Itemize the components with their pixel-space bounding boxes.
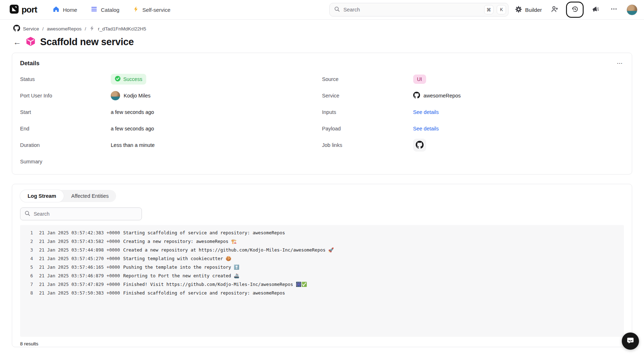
log-line-number: 7	[20, 282, 33, 287]
log-line: 121 Jan 2025 03:57:42:383 +0000Starting …	[20, 228, 624, 237]
tab-affected-entities[interactable]: Affected Entities	[64, 190, 116, 202]
job-link-github-button[interactable]	[413, 139, 426, 152]
log-line-number: 5	[20, 264, 33, 270]
log-line-number: 6	[20, 273, 33, 278]
primary-nav: HomeCatalogSelf-service	[53, 6, 170, 14]
log-message: Created a new repository at https://gith…	[123, 247, 334, 253]
detail-label: End	[20, 126, 111, 131]
detail-label: Duration	[20, 142, 111, 148]
chat-bubble-icon	[626, 336, 635, 346]
history-icon	[571, 5, 579, 14]
chat-widget-button[interactable]	[622, 333, 639, 350]
detail-value: a few seconds ago	[111, 109, 154, 115]
nav-item-home[interactable]: Home	[53, 6, 77, 14]
port-logo[interactable]: port	[9, 4, 37, 15]
detail-row: Starta few seconds ago	[20, 104, 322, 120]
log-timestamp: 21 Jan 2025 03:57:43:582 +0000	[39, 239, 120, 244]
log-line-number: 1	[20, 230, 33, 235]
page-title-row: ← Scaffold new service	[13, 37, 644, 48]
builder-label: Builder	[525, 7, 542, 13]
megaphone-icon	[592, 5, 599, 14]
tab-log-stream[interactable]: Log Stream	[20, 190, 64, 202]
user-avatar[interactable]	[626, 4, 638, 15]
global-search-placeholder: Search	[343, 7, 481, 13]
detail-value	[413, 139, 426, 152]
detail-row: InputsSee details	[322, 104, 624, 120]
see-details-link[interactable]: See details	[413, 126, 439, 131]
log-timestamp: 21 Jan 2025 03:57:46:879 +0000	[39, 273, 120, 278]
log-timestamp: 21 Jan 2025 03:57:46:165 +0000	[39, 264, 120, 270]
log-line: 321 Jan 2025 03:57:44:898 +0000Created a…	[20, 245, 624, 254]
gear-icon	[515, 6, 522, 14]
breadcrumb-label: r_dTad1FnMdKcl22H5	[98, 26, 146, 32]
log-message: Pushing the template into the repository…	[123, 264, 239, 270]
log-line-number: 4	[20, 256, 33, 261]
breadcrumb-separator: /	[42, 26, 44, 32]
status-badge-label: Success	[123, 76, 142, 82]
cube-icon	[26, 37, 35, 48]
search-icon	[24, 210, 30, 218]
source-badge: UI	[413, 75, 426, 84]
breadcrumb-item[interactable]: awesomeRepos	[47, 26, 82, 32]
detail-value: See details	[413, 109, 439, 115]
status-badge: Success	[111, 74, 146, 85]
log-search-placeholder: Search	[34, 211, 49, 217]
log-message: Creating a new repository: awesomeRepos …	[123, 239, 237, 244]
ellipsis-icon	[610, 5, 617, 14]
breadcrumb-label: Service	[23, 26, 39, 32]
detail-text-value: Less than a minute	[111, 142, 155, 148]
detail-row: DurationLess than a minute	[20, 137, 322, 153]
details-more-button[interactable]: ⋯	[615, 59, 624, 67]
log-line-number: 8	[20, 290, 33, 296]
results-count: 8 results	[20, 341, 624, 346]
builder-button[interactable]: Builder	[515, 6, 542, 14]
breadcrumb-item[interactable]: r_dTad1FnMdKcl22H5	[89, 25, 146, 32]
detail-value: Kodjo Miles	[111, 91, 151, 100]
log-tabs: Log StreamAffected Entities	[20, 190, 116, 202]
audit-history-button[interactable]	[567, 3, 583, 17]
details-right-column: SourceUIServiceawesomeReposInputsSee det…	[322, 71, 624, 170]
breadcrumb-label: awesomeRepos	[47, 26, 82, 32]
person-add-icon	[551, 5, 558, 14]
log-line: 721 Jan 2025 03:57:47:829 +0000Finished!…	[20, 280, 624, 288]
back-button[interactable]: ←	[13, 38, 21, 46]
invite-user-button[interactable]	[548, 4, 560, 16]
check-circle-icon	[115, 76, 121, 83]
log-timestamp: 21 Jan 2025 03:57:42:383 +0000	[39, 230, 120, 235]
log-card: Log StreamAffected Entities Search 121 J…	[12, 184, 632, 347]
log-message: Starting templating with cookiecutter 🍪	[123, 256, 232, 261]
detail-label: Summary	[20, 159, 111, 164]
navbar-right: Search ⌘ K Builder	[329, 3, 638, 17]
log-line-number: 2	[20, 239, 33, 244]
detail-row: Job links	[322, 137, 624, 153]
github-icon	[13, 25, 20, 33]
nav-item-self-service[interactable]: Self-service	[133, 6, 170, 13]
cmd-key-badge: ⌘	[484, 5, 494, 14]
detail-label: Status	[20, 76, 111, 82]
global-search-input[interactable]: Search ⌘ K	[329, 3, 509, 16]
details-left-column: StatusSuccessPort User InfoKodjo MilesSt…	[20, 71, 322, 170]
nav-item-label: Self-service	[142, 7, 170, 13]
k-key-badge: K	[497, 5, 506, 14]
detail-value: a few seconds ago	[111, 126, 154, 131]
detail-value: UI	[413, 75, 426, 84]
details-card: Details ⋯ StatusSuccessPort User InfoKod…	[12, 53, 632, 174]
detail-value: Success	[111, 74, 146, 85]
log-line: 421 Jan 2025 03:57:45:270 +0000Starting …	[20, 254, 624, 263]
top-navbar: port HomeCatalogSelf-service Search ⌘ K …	[0, 0, 644, 20]
log-line: 221 Jan 2025 03:57:43:582 +0000Creating …	[20, 237, 624, 245]
navbar-more-button[interactable]	[608, 4, 620, 16]
detail-value: awesomeRepos	[413, 92, 461, 100]
announcements-button[interactable]	[589, 4, 601, 16]
user-name: Kodjo Miles	[124, 93, 151, 99]
nav-item-catalog[interactable]: Catalog	[91, 6, 119, 14]
nav-item-label: Catalog	[101, 7, 119, 13]
log-stream-output: 121 Jan 2025 03:57:42:383 +0000Starting …	[20, 225, 624, 337]
detail-value: See details	[413, 126, 439, 131]
detail-label: Port User Info	[20, 93, 111, 99]
log-search-input[interactable]: Search	[20, 207, 142, 220]
log-message: Starting scaffolding of service and repo…	[123, 230, 285, 235]
detail-row: Summary	[20, 153, 322, 170]
see-details-link[interactable]: See details	[413, 109, 439, 115]
breadcrumb-item[interactable]: Service	[13, 25, 39, 33]
